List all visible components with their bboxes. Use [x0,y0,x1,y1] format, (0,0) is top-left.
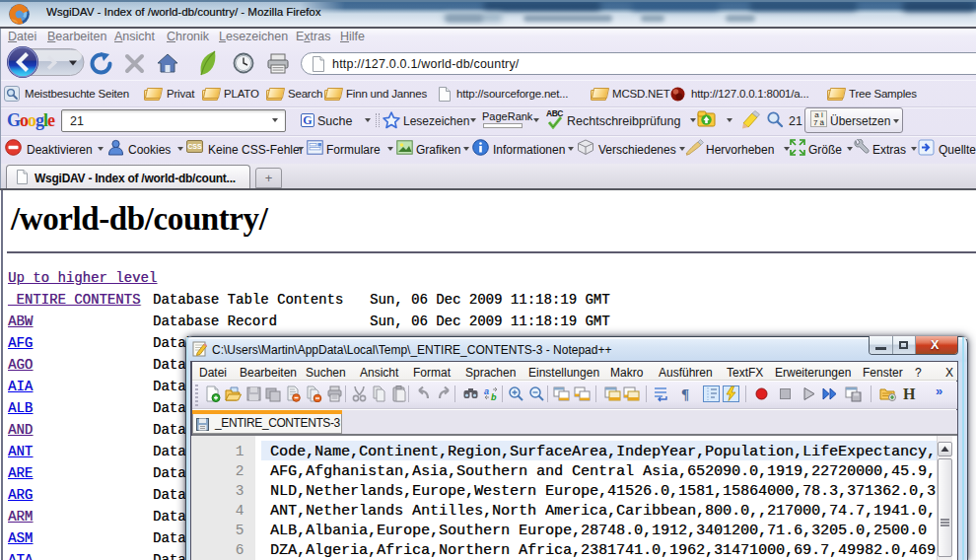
svg-text:a: a [484,386,489,396]
svg-text:H: H [903,385,916,402]
svg-text:¶: ¶ [681,386,689,402]
svg-text:b: b [491,392,497,402]
